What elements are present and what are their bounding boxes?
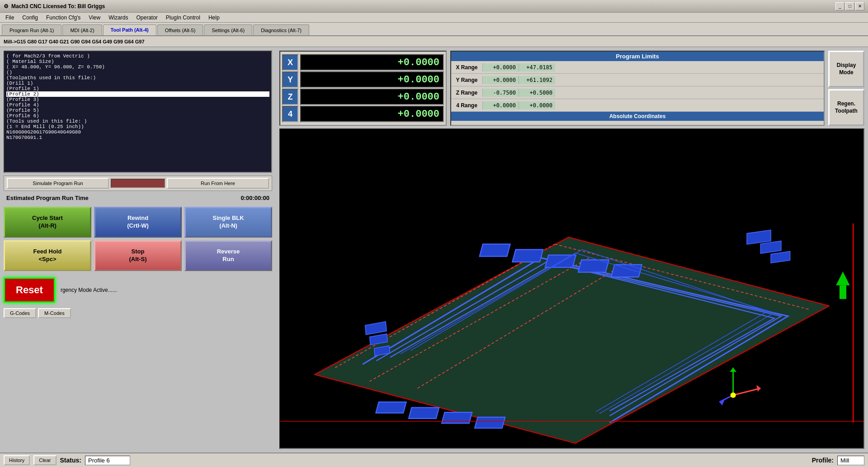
gcode-line: ( for Mach2/3 from Vectric ): [6, 53, 269, 59]
svg-point-31: [731, 392, 736, 398]
profile-label: Profile:: [812, 457, 834, 464]
viewport[interactable]: [279, 129, 864, 449]
menu-bar: FileConfigFunction Cfg'sViewWizardsOpera…: [0, 13, 868, 23]
cycle-start-button[interactable]: Cycle Start (Alt-R): [4, 207, 91, 238]
gcode-line: ( Material Size): [6, 59, 269, 64]
axis-panel: X +0.0000 Y +0.0000 Z +0.0000 4 +0.0000: [279, 51, 447, 126]
gcode-line: N160G00G20G17G90G40G49G80: [6, 129, 269, 135]
maximize-button[interactable]: □: [845, 2, 854, 10]
history-button[interactable]: History: [4, 455, 30, 465]
gcode-line: (Drill 1): [6, 81, 269, 86]
svg-rect-16: [480, 244, 510, 256]
toolpath-display: [280, 129, 863, 448]
feed-hold-button[interactable]: Feed Hold <Spc>: [4, 240, 91, 271]
gcode-line: (): [6, 70, 269, 75]
axis-value: +0.0000: [300, 71, 444, 88]
minimize-button[interactable]: _: [835, 2, 844, 10]
menu-item-plugin-control[interactable]: PlugIn Control: [162, 14, 204, 22]
tab-0[interactable]: Program Run (Alt-1): [2, 24, 61, 35]
reset-button[interactable]: Reset: [4, 277, 55, 303]
clear-button[interactable]: Clear: [33, 455, 56, 465]
codes-bar: G-CodesM-Codes: [4, 307, 272, 319]
axis-label: Z: [282, 89, 298, 105]
gcode-line: (Profile 2): [6, 91, 269, 97]
tab-1[interactable]: MDI (Alt-2): [62, 24, 102, 35]
estimated-time-value: 0:00:00:00: [241, 195, 269, 201]
tab-4[interactable]: Settings (Alt-6): [204, 24, 252, 35]
gcode-line: (Profile 3): [6, 97, 269, 102]
rewind-button[interactable]: Rewind (Crtl-W): [94, 207, 182, 238]
limit-val2: +0.5000: [519, 89, 555, 97]
tab-bar: Program Run (Alt-1)MDI (Alt-2)Tool Path …: [0, 23, 868, 36]
menu-item-view[interactable]: View: [85, 14, 104, 22]
axis-row-4: 4 +0.0000: [282, 106, 444, 122]
bottom-left: Reset rgency Mode Active......: [4, 276, 272, 305]
tab-3[interactable]: Offsets (Alt-5): [157, 24, 203, 35]
progress-bar: [111, 179, 165, 188]
gcode-line: (Toolpaths used in this file:): [6, 75, 269, 81]
abs-coordinates: Absolute Coordinates: [451, 112, 824, 121]
title-bar-left: ⚙ Mach3 CNC Licensed To: Bill Griggs: [4, 3, 105, 10]
simulate-bar: Simulate Program Run Run From Here: [4, 176, 272, 191]
tab-2[interactable]: Tool Path (Alt-4): [103, 24, 156, 35]
emergency-text: rgency Mode Active......: [61, 287, 117, 293]
gcodes-button[interactable]: G-Codes: [4, 308, 36, 318]
run-from-here-button[interactable]: Run From Here: [167, 178, 269, 189]
app-title: Mach3 CNC Licensed To: Bill Griggs: [11, 3, 105, 10]
svg-rect-24: [475, 417, 505, 428]
close-button[interactable]: ✕: [855, 2, 864, 10]
menu-item-operator[interactable]: Operator: [133, 14, 161, 22]
stop-button[interactable]: Stop (Alt-S): [94, 240, 182, 271]
gcode-line: (Profile 5): [6, 108, 269, 113]
gcode-line: ( X= 48.000, Y= 96.000, Z= 0.750): [6, 64, 269, 70]
estimated-time-label: Estimated Program Run Time: [6, 195, 89, 201]
display-mode-button[interactable]: DisplayMode: [828, 51, 864, 87]
limit-val1: +0.0000: [483, 101, 519, 110]
control-buttons: Cycle Start (Alt-R)Rewind (Crtl-W)Single…: [4, 205, 272, 273]
menu-item-config[interactable]: Config: [19, 14, 42, 22]
gcode-line: (Profile 1): [6, 86, 269, 91]
limit-label: X Range: [451, 63, 483, 71]
status-value: Profile 6: [85, 456, 130, 465]
left-panel: ( for Mach2/3 from Vectric )( Material S…: [0, 47, 276, 453]
limit-label: Z Range: [451, 89, 483, 97]
status-bar: History Clear Status: Profile 6 Profile:…: [0, 453, 868, 467]
axis-label: 4: [282, 106, 298, 122]
gcode-line: N170G70G91.1: [6, 135, 269, 140]
limit-row: X Range +0.0000 +47.0185: [451, 61, 824, 74]
svg-rect-21: [376, 402, 406, 413]
reverse-run-button[interactable]: Reverse Run: [184, 240, 272, 271]
gcode-status-text: Mill->G15 G80 G17 G40 G21 G90 G94 G54 G4…: [4, 39, 145, 44]
limit-val1: +0.0000: [483, 76, 519, 84]
gcode-bar: Mill->G15 G80 G17 G40 G21 G90 G94 G54 G4…: [0, 36, 868, 47]
profile-value: Mill: [837, 456, 864, 465]
svg-rect-23: [442, 412, 472, 423]
limit-val2: +61.1092: [519, 76, 555, 84]
right-panel: X +0.0000 Y +0.0000 Z +0.0000 4 +0.0000 …: [276, 47, 868, 453]
mcodes-button[interactable]: M-Codes: [38, 308, 71, 318]
title-bar: ⚙ Mach3 CNC Licensed To: Bill Griggs _ □…: [0, 0, 868, 13]
simulate-button[interactable]: Simulate Program Run: [7, 178, 109, 189]
main-content: ( for Mach2/3 from Vectric )( Material S…: [0, 47, 868, 453]
time-bar: Estimated Program Run Time 0:00:00:00: [4, 194, 272, 202]
limit-val1: -0.7500: [483, 89, 519, 97]
limit-row: Y Range +0.0000 +61.1092: [451, 74, 824, 86]
gcode-display[interactable]: ( for Mach2/3 from Vectric )( Material S…: [4, 51, 272, 173]
limit-label: 4 Range: [451, 101, 483, 110]
axis-value: +0.0000: [300, 106, 444, 122]
regen-toolpath-button[interactable]: Regen.Toolpath: [828, 89, 864, 126]
menu-item-help[interactable]: Help: [205, 14, 223, 22]
axis-label: Y: [282, 71, 298, 88]
gcode-line: (1 = End Mill (0.25 inch)): [6, 124, 269, 129]
right-buttons: DisplayMode Regen.Toolpath: [828, 51, 864, 126]
tab-5[interactable]: Diagnostics (Alt-7): [253, 24, 309, 35]
limits-title: Program Limits: [451, 52, 824, 61]
title-bar-controls[interactable]: _ □ ✕: [835, 2, 864, 10]
menu-item-file[interactable]: File: [2, 14, 18, 22]
limit-row: 4 Range +0.0000 +0.0000: [451, 99, 824, 112]
menu-item-wizards[interactable]: Wizards: [105, 14, 132, 22]
top-right: X +0.0000 Y +0.0000 Z +0.0000 4 +0.0000 …: [279, 51, 864, 126]
single-blk-button[interactable]: Single BLK (Alt-N): [184, 207, 272, 238]
limit-label: Y Range: [451, 76, 483, 84]
menu-item-function-cfg's[interactable]: Function Cfg's: [42, 14, 84, 22]
